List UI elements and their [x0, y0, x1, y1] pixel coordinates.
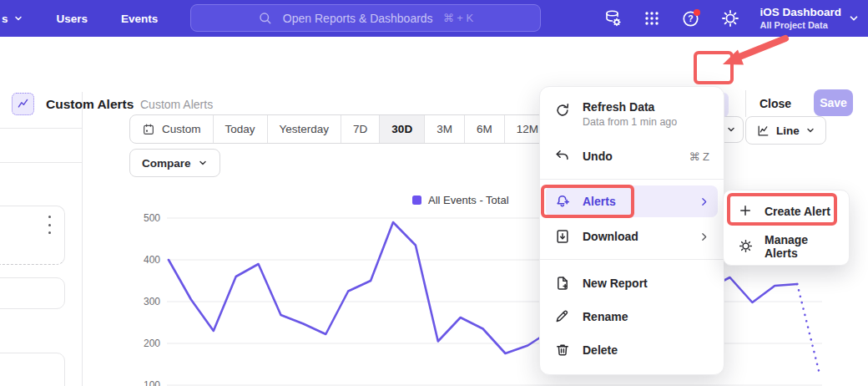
- save-button[interactable]: Save: [814, 89, 853, 116]
- chevron-down-icon: [848, 13, 860, 24]
- menu-item-download[interactable]: Download: [546, 221, 718, 252]
- menu-label: Refresh Data: [583, 100, 677, 114]
- refresh-icon: [554, 102, 571, 119]
- svg-text:200: 200: [144, 338, 160, 349]
- nav-item-events[interactable]: Events: [121, 13, 158, 25]
- range-today[interactable]: Today: [213, 115, 267, 143]
- app-window: s Users Events Open Reports & Dashboards…: [0, 0, 868, 386]
- download-icon: [554, 228, 571, 245]
- nav-brand-label: s: [2, 13, 8, 25]
- line-chart-icon: [756, 124, 770, 138]
- range-30d-active[interactable]: 30D: [379, 115, 424, 143]
- header-divider: [745, 90, 746, 117]
- calendar-icon: [142, 123, 155, 136]
- menu-item-refresh-data[interactable]: Refresh Data Data from 1 min ago: [546, 94, 718, 144]
- submenu-item-create-alert[interactable]: Create Alert: [729, 196, 843, 227]
- alerts-submenu: Create Alert Manage Alerts: [723, 190, 850, 266]
- svg-text:100: 100: [144, 379, 160, 386]
- bell-plus-icon: [554, 193, 571, 210]
- menu-divider: [540, 179, 724, 180]
- project-switcher[interactable]: iOS Dashboard All Project Data: [760, 6, 860, 32]
- range-6m[interactable]: 6M: [464, 115, 504, 143]
- project-scope: All Project Data: [760, 20, 841, 32]
- chevron-down-icon: [726, 124, 736, 135]
- menu-divider: [540, 259, 724, 260]
- search-icon: [258, 11, 273, 26]
- shortcut-hint: ⌘ Z: [689, 150, 709, 163]
- chart-type-button[interactable]: Line: [745, 116, 826, 145]
- svg-text:500: 500: [144, 212, 160, 224]
- sidebar-card[interactable]: [0, 353, 65, 386]
- undo-icon: [554, 148, 571, 165]
- more-options-menu: Refresh Data Data from 1 min ago Undo ⌘ …: [539, 86, 724, 375]
- range-custom[interactable]: Custom: [130, 115, 213, 143]
- range-3m[interactable]: 3M: [424, 115, 464, 143]
- menu-label: Create Alert: [765, 205, 830, 218]
- nav-boards-partial[interactable]: s: [2, 13, 23, 25]
- svg-text:?: ?: [689, 13, 694, 23]
- menu-label: Rename: [583, 310, 628, 323]
- menu-item-rename[interactable]: Rename: [546, 301, 718, 333]
- gear-icon: [738, 238, 754, 255]
- breadcrumb: Custom Alerts: [140, 98, 213, 111]
- menu-label: Undo: [583, 150, 613, 163]
- range-7d[interactable]: 7D: [341, 115, 379, 143]
- compare-button[interactable]: Compare: [129, 149, 220, 177]
- chevron-right-icon: [699, 231, 709, 242]
- range-yesterday[interactable]: Yesterday: [267, 115, 341, 143]
- menu-item-delete[interactable]: Delete: [546, 334, 718, 366]
- submenu-item-manage-alerts[interactable]: Manage Alerts: [729, 231, 843, 262]
- menu-item-new-report[interactable]: New Report: [546, 267, 718, 299]
- svg-text:300: 300: [144, 296, 160, 307]
- help-icon[interactable]: ?: [681, 8, 701, 28]
- report-header: Custom Alerts Custom Alerts GV Duplicate…: [0, 37, 868, 92]
- sidebar-row-divider: [0, 162, 82, 163]
- menu-label: Download: [583, 230, 638, 243]
- sidebar-row-divider: [0, 128, 82, 129]
- compare-label: Compare: [142, 157, 191, 170]
- menu-item-undo[interactable]: Undo ⌘ Z: [546, 140, 718, 172]
- date-range-selector: Custom Today Yesterday 7D 30D 3M 6M 12M: [129, 114, 551, 144]
- settings-gear-icon[interactable]: [720, 8, 740, 28]
- chart-type-label: Line: [776, 124, 800, 137]
- nav-item-users[interactable]: Users: [57, 13, 88, 25]
- legend-label: All Events - Total: [428, 194, 509, 206]
- project-name: iOS Dashboard: [760, 6, 841, 20]
- page-title: Custom Alerts: [46, 97, 134, 112]
- legend-swatch: [412, 196, 421, 205]
- document-plus-icon: [554, 275, 571, 292]
- menu-label: Alerts: [583, 195, 616, 208]
- plus-icon: [738, 203, 754, 220]
- sidebar-card[interactable]: [0, 277, 65, 309]
- chevron-down-icon: [198, 158, 208, 168]
- menu-label: Delete: [583, 343, 618, 357]
- top-navbar: s Users Events Open Reports & Dashboards…: [0, 0, 868, 37]
- search-placeholder: Open Reports & Dashboards: [283, 12, 433, 25]
- search-shortcut: ⌘ + K: [443, 12, 474, 24]
- menu-label: New Report: [583, 277, 648, 290]
- report-type-icon: [12, 93, 34, 115]
- range-label: Custom: [162, 123, 201, 135]
- data-management-icon[interactable]: [603, 8, 623, 28]
- svg-text:400: 400: [144, 254, 160, 266]
- menu-sublabel: Data from 1 min ago: [583, 116, 677, 128]
- apps-grid-icon[interactable]: [642, 8, 662, 28]
- sidebar-card[interactable]: [0, 206, 65, 265]
- chevron-down-icon: [805, 125, 815, 135]
- menu-item-alerts[interactable]: Alerts: [546, 185, 718, 217]
- sidebar-border: [82, 90, 83, 386]
- trash-icon: [554, 342, 571, 358]
- menu-label: Manage Alerts: [765, 233, 835, 260]
- chevron-right-icon: [699, 196, 709, 207]
- notification-dot: [694, 9, 700, 16]
- chevron-down-icon: [13, 13, 23, 23]
- close-button[interactable]: Close: [760, 97, 791, 110]
- chart-legend: All Events - Total: [412, 194, 509, 206]
- kebab-menu-icon[interactable]: [43, 216, 55, 234]
- pencil-icon: [554, 308, 571, 325]
- search-input[interactable]: Open Reports & Dashboards ⌘ + K: [190, 4, 541, 32]
